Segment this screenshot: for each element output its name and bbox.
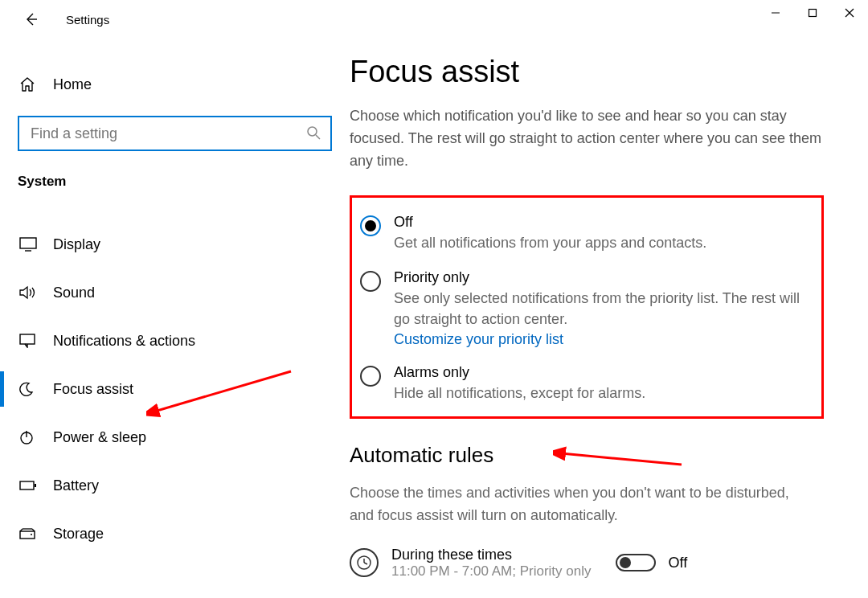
rule-toggle[interactable]	[616, 554, 656, 571]
sidebar-item-focus-assist[interactable]: Focus assist	[0, 365, 350, 413]
page-description: Choose which notification you'd like to …	[350, 105, 824, 173]
sidebar-group-system: System	[0, 174, 350, 190]
window-title: Settings	[66, 13, 109, 27]
minimize-button[interactable]	[757, 0, 794, 26]
battery-icon	[19, 480, 37, 491]
rule-during-times[interactable]: During these times 11:00 PM - 7:00 AM; P…	[350, 547, 868, 580]
radio-description: Hide all notifications, except for alarm…	[394, 383, 645, 403]
radio-button[interactable]	[360, 271, 381, 292]
sidebar-item-label: Focus assist	[53, 381, 133, 398]
sidebar-item-sound[interactable]: Sound	[0, 268, 350, 317]
radio-option-alarms[interactable]: Alarms only Hide all notifications, exce…	[360, 359, 812, 405]
sidebar-item-notifications[interactable]: Notifications & actions	[0, 317, 350, 365]
back-arrow-icon	[23, 12, 38, 27]
titlebar: Settings	[0, 0, 868, 39]
automatic-rules-description: Choose the times and activities when you…	[350, 482, 808, 527]
svg-rect-2	[809, 10, 817, 17]
moon-icon	[19, 382, 37, 396]
search-icon	[306, 125, 321, 143]
sidebar: Home System Display Sound Notifications …	[0, 39, 350, 598]
sidebar-item-label: Display	[53, 236, 100, 253]
svg-rect-9	[20, 334, 35, 344]
display-icon	[19, 237, 37, 252]
svg-line-6	[316, 135, 320, 139]
radio-label: Priority only	[394, 269, 812, 286]
notifications-icon	[19, 334, 37, 348]
sidebar-item-power-sleep[interactable]: Power & sleep	[0, 413, 350, 461]
sidebar-home-label: Home	[53, 76, 92, 93]
close-button[interactable]	[831, 0, 868, 26]
minimize-icon	[771, 8, 780, 18]
sidebar-item-label: Battery	[53, 477, 99, 494]
svg-rect-12	[20, 481, 34, 489]
radio-button[interactable]	[360, 366, 381, 387]
sidebar-item-label: Storage	[53, 526, 104, 543]
svg-rect-14	[20, 531, 35, 539]
svg-rect-13	[35, 484, 36, 487]
window-controls	[757, 0, 868, 26]
radio-option-priority[interactable]: Priority only See only selected notifica…	[360, 264, 812, 359]
radio-label: Alarms only	[394, 364, 645, 381]
sidebar-item-label: Notifications & actions	[53, 333, 195, 350]
svg-point-5	[308, 127, 317, 136]
main-content: Focus assist Choose which notification y…	[350, 39, 868, 598]
customize-priority-link[interactable]: Customize your priority list	[394, 331, 812, 348]
sidebar-item-battery[interactable]: Battery	[0, 461, 350, 510]
rule-subtitle: 11:00 PM - 7:00 AM; Priority only	[391, 563, 592, 580]
power-icon	[19, 430, 37, 444]
radio-description: Get all notifications from your apps and…	[394, 232, 706, 253]
toggle-knob-icon	[620, 557, 631, 568]
radio-option-off[interactable]: Off Get all notifications from your apps…	[360, 209, 812, 264]
rule-title: During these times	[391, 547, 592, 563]
back-button[interactable]	[21, 10, 40, 29]
search-input[interactable]	[18, 116, 332, 151]
svg-rect-7	[20, 238, 36, 248]
rule-toggle-label: Off	[669, 555, 688, 571]
sidebar-item-display[interactable]: Display	[0, 220, 350, 268]
sound-icon	[19, 285, 37, 300]
radio-button[interactable]	[360, 215, 381, 236]
close-icon	[845, 8, 854, 18]
focus-assist-options-annotation-box: Off Get all notifications from your apps…	[350, 195, 824, 419]
search-wrap	[18, 116, 332, 151]
clock-icon	[350, 548, 379, 577]
maximize-icon	[808, 8, 817, 18]
svg-point-18	[31, 534, 32, 535]
automatic-rules-title: Automatic rules	[350, 443, 868, 468]
svg-line-21	[364, 563, 367, 564]
sidebar-item-storage[interactable]: Storage	[0, 510, 350, 558]
radio-description: See only selected notifications from the…	[394, 288, 812, 330]
sidebar-home[interactable]: Home	[0, 66, 350, 103]
sidebar-item-label: Power & sleep	[53, 429, 146, 446]
sidebar-item-label: Sound	[53, 285, 95, 301]
radio-label: Off	[394, 214, 706, 231]
home-icon	[19, 77, 37, 92]
radio-dot-icon	[365, 220, 376, 231]
page-title: Focus assist	[350, 55, 868, 89]
storage-icon	[19, 528, 37, 539]
maximize-button[interactable]	[794, 0, 831, 26]
